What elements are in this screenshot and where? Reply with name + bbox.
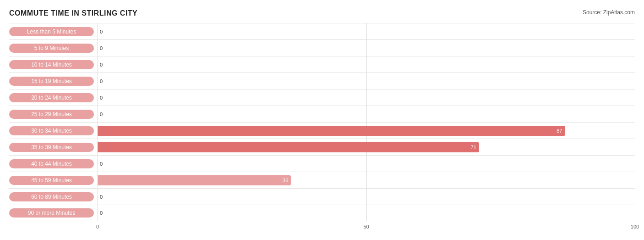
table-row: 30 to 34 Minutes87 bbox=[9, 122, 635, 139]
bar-area: 0 bbox=[98, 89, 635, 106]
bar-value: 0 bbox=[100, 62, 103, 67]
bar-area: 0 bbox=[98, 189, 635, 205]
table-row: 20 to 24 Minutes0 bbox=[9, 89, 635, 106]
row-label: Less than 5 Minutes bbox=[9, 27, 94, 36]
bar-fill: 87 bbox=[98, 126, 565, 136]
table-row: Less than 5 Minutes0 bbox=[9, 23, 635, 39]
row-label: 5 to 9 Minutes bbox=[9, 44, 94, 53]
bar-value: 36 bbox=[283, 178, 288, 183]
bar-value: 0 bbox=[100, 95, 103, 100]
bar-area: 71 bbox=[98, 139, 635, 155]
table-row: 35 to 39 Minutes71 bbox=[9, 139, 635, 155]
chart-header: COMMUTE TIME IN STIRLING CITY Source: Zi… bbox=[9, 9, 635, 17]
bar-area: 0 bbox=[98, 23, 635, 39]
x-tick: 0 bbox=[96, 224, 99, 229]
bar-area: 0 bbox=[98, 73, 635, 89]
row-label: 35 to 39 Minutes bbox=[9, 143, 94, 152]
x-axis: 050100 bbox=[98, 224, 635, 233]
bar-area: 0 bbox=[98, 40, 635, 56]
bar-value: 87 bbox=[557, 128, 562, 134]
bar-area: 0 bbox=[98, 106, 635, 122]
bar-value: 0 bbox=[100, 194, 103, 200]
chart-source: Source: ZipAtlas.com bbox=[583, 9, 635, 16]
row-label: 60 to 89 Minutes bbox=[9, 192, 94, 201]
table-row: 45 to 59 Minutes36 bbox=[9, 172, 635, 188]
row-label: 45 to 59 Minutes bbox=[9, 176, 94, 185]
row-label: 90 or more Minutes bbox=[9, 208, 94, 218]
x-tick: 100 bbox=[631, 224, 639, 229]
bar-fill: 71 bbox=[98, 142, 479, 152]
bar-value: 0 bbox=[100, 112, 103, 117]
bar-value: 0 bbox=[100, 29, 103, 34]
row-label: 10 to 14 Minutes bbox=[9, 60, 94, 69]
chart-container: COMMUTE TIME IN STIRLING CITY Source: Zi… bbox=[0, 5, 644, 240]
row-label: 30 to 34 Minutes bbox=[9, 126, 94, 135]
bar-area: 0 bbox=[98, 156, 635, 172]
table-row: 15 to 19 Minutes0 bbox=[9, 73, 635, 89]
bar-area: 0 bbox=[98, 205, 635, 221]
bar-value: 0 bbox=[100, 210, 103, 216]
bar-value: 0 bbox=[100, 78, 103, 84]
bar-value: 0 bbox=[100, 45, 103, 51]
table-row: 5 to 9 Minutes0 bbox=[9, 39, 635, 56]
bar-area: 36 bbox=[98, 172, 635, 188]
bar-value: 71 bbox=[471, 145, 476, 150]
row-label: 20 to 24 Minutes bbox=[9, 93, 94, 102]
row-label: 25 to 29 Minutes bbox=[9, 110, 94, 119]
chart-title: COMMUTE TIME IN STIRLING CITY bbox=[9, 9, 137, 17]
table-row: 90 or more Minutes0 bbox=[9, 205, 635, 221]
bar-value: 0 bbox=[100, 161, 103, 167]
table-row: 25 to 29 Minutes0 bbox=[9, 106, 635, 122]
bar-fill: 36 bbox=[98, 175, 291, 185]
bar-area: 0 bbox=[98, 56, 635, 73]
table-row: 60 to 89 Minutes0 bbox=[9, 188, 635, 205]
chart-body: Less than 5 Minutes05 to 9 Minutes010 to… bbox=[9, 23, 635, 221]
bar-area: 87 bbox=[98, 123, 635, 139]
row-label: 15 to 19 Minutes bbox=[9, 77, 94, 86]
row-label: 40 to 44 Minutes bbox=[9, 159, 94, 168]
x-tick: 50 bbox=[363, 224, 369, 229]
table-row: 40 to 44 Minutes0 bbox=[9, 155, 635, 172]
table-row: 10 to 14 Minutes0 bbox=[9, 56, 635, 73]
